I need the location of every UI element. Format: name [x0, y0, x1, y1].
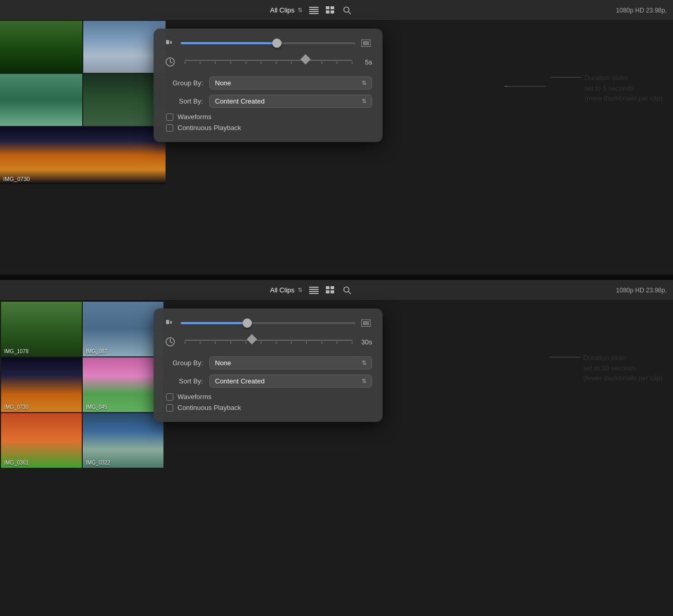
bottom-waveforms-checkbox[interactable]	[166, 393, 173, 401]
svg-rect-4	[326, 6, 329, 9]
search-icon[interactable]	[342, 6, 352, 15]
svg-point-8	[344, 7, 349, 12]
bottom-clip-label-img087: IMG_087	[86, 349, 107, 354]
bottom-panel: All Clips ⇅	[0, 280, 673, 616]
bottom-clip-img045: IMG_045	[83, 357, 163, 412]
grid-view-icon[interactable]	[325, 6, 336, 15]
bottom-list-view-icon[interactable]	[309, 286, 319, 294]
bottom-all-clips-button[interactable]: All Clips ⇅	[270, 286, 302, 294]
bottom-clock-icon	[164, 336, 176, 348]
bottom-duration-slider-row: 30s	[164, 335, 372, 349]
bottom-group-by-value: None	[215, 359, 231, 367]
bottom-thumbnail-small-icon	[164, 317, 176, 329]
sort-by-label: Sort By:	[164, 97, 203, 105]
top-clip-row-3: IMG_0730	[0, 127, 166, 184]
bottom-clip-img0730: IMG_0730	[1, 357, 82, 412]
bottom-continuous-playback-checkbox[interactable]	[166, 404, 173, 412]
continuous-playback-row: Continuous Playback	[166, 124, 372, 132]
bottom-annotation-text: Duration slider set to 30 seconds (fewer…	[583, 353, 663, 383]
bottom-duration-slider[interactable]	[185, 335, 352, 349]
clock-icon	[164, 56, 176, 68]
svg-rect-1	[309, 9, 319, 10]
bottom-clip-label-img0361: IMG_0361	[4, 460, 29, 466]
bottom-thumbnail-size-slider[interactable]	[181, 318, 355, 328]
bottom-all-clips-chevron-icon: ⇅	[298, 287, 302, 293]
bottom-clip-label-img0322: IMG_0322	[86, 460, 110, 466]
svg-line-28	[348, 291, 351, 294]
bottom-clip-img0322: IMG_0322	[83, 413, 163, 468]
bottom-continuous-playback-label: Continuous Playback	[177, 404, 241, 412]
svg-rect-29	[166, 320, 169, 324]
bottom-sort-by-select[interactable]: Content Created ⇅	[209, 375, 372, 388]
bottom-waveforms-row: Waveforms	[166, 393, 372, 401]
svg-rect-30	[170, 321, 172, 324]
svg-rect-22	[309, 293, 319, 294]
clip-thumb-sunset-wide: IMG_0730	[0, 127, 166, 184]
bottom-toolbar: All Clips ⇅	[0, 280, 673, 301]
svg-rect-7	[331, 10, 334, 14]
clip-thumb-mountain	[0, 21, 82, 73]
group-by-label: Group By:	[164, 79, 203, 87]
group-by-select[interactable]: None ⇅	[209, 76, 372, 89]
svg-rect-25	[326, 290, 329, 293]
bottom-thumbnail-large-icon	[360, 317, 372, 329]
thumbnail-small-icon	[164, 37, 176, 49]
svg-marker-18	[504, 86, 507, 87]
bottom-sort-by-label: Sort By:	[164, 377, 203, 385]
group-by-chevron-icon: ⇅	[362, 80, 366, 86]
annotation-line3: (more thumbnails per clip)	[585, 93, 663, 104]
bottom-all-clips-label: All Clips	[270, 286, 295, 294]
top-panel: All Clips ⇅	[0, 0, 673, 276]
duration-value-label: 5s	[357, 58, 372, 66]
duration-slider[interactable]	[185, 55, 352, 69]
sort-by-select[interactable]: Content Created ⇅	[209, 95, 372, 108]
svg-rect-0	[309, 7, 319, 8]
svg-rect-19	[309, 287, 319, 288]
waveforms-row: Waveforms	[166, 113, 372, 121]
svg-rect-32	[363, 321, 369, 325]
thumbnail-size-row	[164, 37, 372, 49]
bottom-clip-img087: IMG_087	[83, 302, 163, 356]
bottom-group-by-select[interactable]: None ⇅	[209, 356, 372, 369]
continuous-playback-checkbox[interactable]	[166, 124, 173, 132]
bottom-group-by-chevron-icon: ⇅	[362, 360, 366, 366]
top-clip-row-1	[0, 21, 166, 73]
thumbnail-size-slider[interactable]	[181, 38, 355, 48]
top-resolution-label: 1080p HD 23.98p,	[616, 7, 667, 14]
section-divider	[0, 276, 673, 280]
bottom-sort-by-value: Content Created	[215, 377, 264, 385]
waveforms-checkbox[interactable]	[166, 113, 173, 121]
bottom-annotation-line2: set to 30 seconds	[583, 363, 663, 374]
bottom-group-by-label: Group By:	[164, 359, 203, 367]
bottom-annotation-line3: (fewer thumbnails per clip)	[583, 373, 663, 383]
svg-rect-23	[326, 286, 329, 289]
top-annotation-arrow	[504, 80, 546, 89]
bottom-annotation: Duration slider set to 30 seconds (fewer…	[549, 353, 663, 383]
bottom-clip-label-img1078: IMG_1078	[4, 349, 29, 354]
list-view-icon[interactable]	[309, 6, 319, 15]
duration-slider-row: 5s	[164, 55, 372, 69]
bottom-sort-by-row: Sort By: Content Created ⇅	[164, 375, 372, 388]
all-clips-label: All Clips	[270, 6, 295, 14]
bottom-annotation-line1: Duration slider	[583, 353, 663, 363]
bottom-clip-img1078: IMG_1078	[1, 302, 82, 356]
svg-point-27	[344, 287, 349, 292]
group-by-row: Group By: None ⇅	[164, 76, 372, 89]
continuous-playback-label: Continuous Playback	[177, 124, 241, 132]
svg-rect-13	[363, 41, 369, 45]
sort-by-value: Content Created	[215, 97, 264, 105]
waveforms-label: Waveforms	[177, 113, 211, 121]
svg-rect-24	[331, 286, 334, 289]
bottom-toolbar-center: All Clips ⇅	[270, 286, 352, 294]
all-clips-button[interactable]: All Clips ⇅	[270, 6, 302, 14]
bottom-clips-area: IMG_1078 IMG_087 IMG_0730 IMG_045 IMG_03…	[0, 301, 164, 469]
bottom-waveforms-label: Waveforms	[177, 393, 211, 401]
all-clips-chevron-icon: ⇅	[298, 7, 302, 14]
svg-rect-6	[326, 10, 329, 14]
bottom-grid-view-icon[interactable]	[325, 286, 336, 294]
svg-rect-21	[309, 291, 319, 292]
bottom-search-icon[interactable]	[342, 286, 352, 294]
annotation-line	[550, 77, 581, 78]
top-clip-row-2	[0, 74, 166, 126]
bottom-resolution-label: 1080p HD 23.98p,	[616, 287, 667, 294]
